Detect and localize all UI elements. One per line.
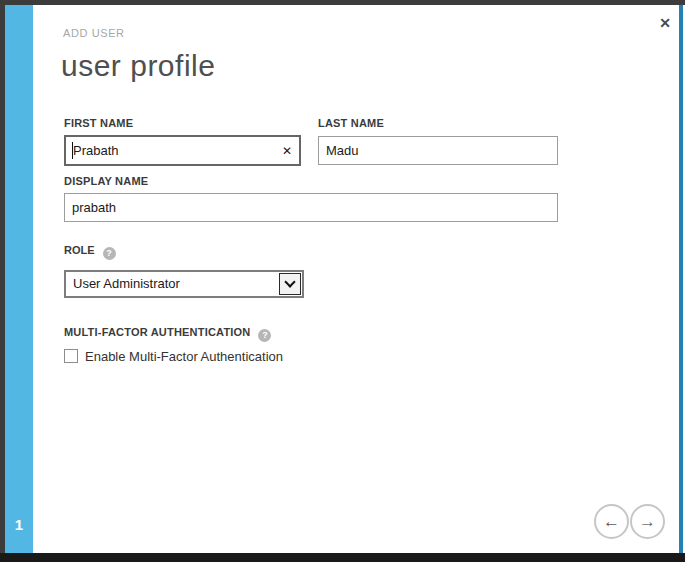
page-title: user profile xyxy=(61,49,215,83)
add-user-dialog: ✕ ADD USER user profile FIRST NAME ✕ LAS… xyxy=(33,5,679,553)
role-label: ROLE xyxy=(64,244,95,256)
first-name-input[interactable] xyxy=(66,143,275,158)
close-icon[interactable]: ✕ xyxy=(653,11,677,35)
role-selected-value: User Administrator xyxy=(73,276,180,291)
role-help-icon[interactable]: ? xyxy=(103,247,116,260)
bottom-bar xyxy=(0,553,685,562)
mfa-label: MULTI-FACTOR AUTHENTICATION xyxy=(64,326,250,338)
role-select-dropdown-button[interactable] xyxy=(279,273,301,295)
mfa-enable-checkbox[interactable] xyxy=(64,349,78,363)
back-button[interactable]: ← xyxy=(594,504,629,539)
wizard-step-sidebar: 1 xyxy=(5,5,33,553)
last-name-field-wrap xyxy=(318,136,558,165)
last-name-label: LAST NAME xyxy=(318,117,384,129)
text-cursor xyxy=(72,142,73,159)
first-name-field-wrap: ✕ xyxy=(64,135,301,166)
mfa-help-icon[interactable]: ? xyxy=(258,329,271,342)
clear-input-icon[interactable]: ✕ xyxy=(275,144,299,158)
step-number: 1 xyxy=(5,516,33,533)
mfa-checkbox-label: Enable Multi-Factor Authentication xyxy=(85,349,283,364)
frame-top xyxy=(0,0,685,5)
first-name-label: FIRST NAME xyxy=(64,117,133,129)
next-button[interactable]: → xyxy=(630,504,665,539)
chevron-down-icon xyxy=(284,276,295,287)
display-name-label: DISPLAY NAME xyxy=(64,175,148,187)
last-name-input[interactable] xyxy=(319,143,557,158)
screen: ✕ ADD USER user profile FIRST NAME ✕ LAS… xyxy=(0,0,685,562)
display-name-field-wrap xyxy=(64,193,558,222)
role-label-row: ROLE? xyxy=(64,244,116,260)
frame-left xyxy=(0,0,5,562)
display-name-input[interactable] xyxy=(65,200,557,215)
mfa-label-row: MULTI-FACTOR AUTHENTICATION? xyxy=(64,326,271,342)
dialog-kicker: ADD USER xyxy=(63,27,125,39)
role-select[interactable]: User Administrator xyxy=(64,270,304,298)
